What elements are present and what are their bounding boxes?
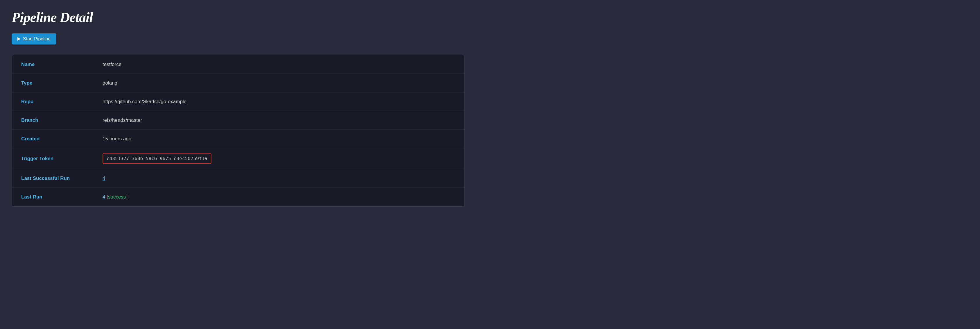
last-run-link[interactable]: 4: [103, 194, 105, 200]
success-status-badge: success: [108, 194, 126, 200]
row-label-last-successful-run: Last Successful Run: [12, 170, 93, 187]
bracket-close: ]: [126, 194, 128, 200]
row-value-created: 15 hours ago: [93, 131, 465, 147]
start-pipeline-label: Start Pipeline: [23, 36, 51, 42]
row-label-repo: Repo: [12, 94, 93, 110]
row-value-last-run: 4 [success ]: [93, 189, 465, 205]
row-value-branch: refs/heads/master: [93, 112, 465, 128]
table-row: Trigger Token c4351327-360b-58c6-9675-e3…: [12, 148, 465, 169]
row-label-last-run: Last Run: [12, 189, 93, 205]
page-title: Pipeline Detail: [12, 9, 968, 25]
table-row: Last Run 4 [success ]: [12, 188, 465, 206]
row-label-created: Created: [12, 131, 93, 147]
table-row: Name testforce: [12, 55, 465, 74]
start-pipeline-button[interactable]: Start Pipeline: [12, 34, 56, 45]
play-icon: [18, 37, 21, 41]
row-value-repo: https://github.com/Skarlso/go-example: [93, 94, 465, 110]
last-successful-run-link[interactable]: 4: [103, 176, 105, 181]
table-row: Type golang: [12, 74, 465, 93]
row-label-trigger-token: Trigger Token: [12, 150, 93, 167]
row-label-name: Name: [12, 56, 93, 73]
table-row: Last Successful Run 4: [12, 169, 465, 188]
trigger-token-badge: c4351327-360b-58c6-9675-e3ec50759f1a: [103, 153, 212, 164]
row-label-type: Type: [12, 75, 93, 91]
row-value-name: testforce: [93, 56, 465, 73]
table-row: Repo https://github.com/Skarlso/go-examp…: [12, 93, 465, 111]
row-value-trigger-token: c4351327-360b-58c6-9675-e3ec50759f1a: [93, 148, 465, 169]
row-value-type: golang: [93, 75, 465, 91]
table-row: Branch refs/heads/master: [12, 111, 465, 129]
table-row: Created 15 hours ago: [12, 129, 465, 148]
row-value-last-successful-run: 4: [93, 170, 465, 187]
pipeline-detail-card: Name testforce Type golang Repo https://…: [12, 55, 465, 207]
row-label-branch: Branch: [12, 112, 93, 128]
